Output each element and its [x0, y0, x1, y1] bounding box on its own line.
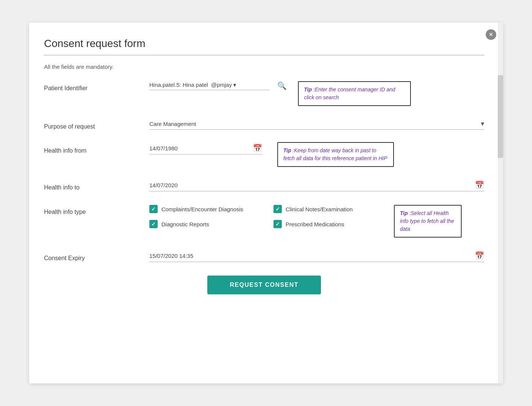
- checkbox-complaints[interactable]: ✓: [149, 205, 158, 213]
- scrollbar-thumb: [498, 75, 503, 158]
- health-info-type-label: Health info type: [44, 205, 149, 215]
- health-info-to-field: 14/07/2020 📅: [149, 180, 484, 191]
- checkbox-row-2: ✓ Diagnostic Reports ✓ Prescribed Medica…: [149, 220, 379, 228]
- checkbox-diagnostic-label: Diagnostic Reports: [161, 221, 209, 227]
- patient-identifier-tip-row: Hina.patel.5: Hina patel @pmjay ▾ 🔍 Tip …: [149, 81, 484, 106]
- checkbox-item-diagnostic: ✓ Diagnostic Reports: [149, 220, 255, 228]
- health-info-from-field: 14/07/1980 📅 Tip :Keep from date way bac…: [149, 144, 484, 167]
- health-info-to-label: Health info to: [44, 180, 149, 191]
- patient-tip-text: :Enter the consent manager ID and click …: [304, 86, 395, 100]
- modal-container: × Consent request form All the fields ar…: [29, 23, 503, 383]
- health-info-type-tip-text: :Select all Health info type to fetch al…: [400, 210, 454, 232]
- checkbox-clinical[interactable]: ✓: [274, 205, 282, 213]
- checkbox-complaints-label: Complaints/Encounter Diagnosis: [161, 206, 243, 212]
- health-info-to-row: Health info to 14/07/2020 📅: [44, 180, 484, 191]
- checkbox-row-1: ✓ Complaints/Encounter Diagnosis ✓ Clini…: [149, 205, 379, 213]
- consent-expiry-date-value: 15/07/2020 14:35: [149, 253, 475, 259]
- patient-identifier-label: Patient Identifier: [44, 81, 149, 92]
- health-info-from-tip-row: 14/07/1980 📅 Tip :Keep from date way bac…: [149, 144, 484, 167]
- checkbox-item-clinical: ✓ Clinical Notes/Examination: [274, 205, 379, 213]
- patient-select-wrapper[interactable]: Hina.patel.5: Hina patel @pmjay ▾: [149, 82, 270, 90]
- health-info-from-date[interactable]: 14/07/1980 📅: [149, 144, 262, 155]
- health-info-from-label: Health info from: [44, 144, 149, 154]
- close-icon: ×: [489, 31, 492, 38]
- purpose-row: Purpose of request Care Management ▾: [44, 120, 484, 130]
- scrollbar-track: [498, 23, 503, 383]
- checkbox-diagnostic[interactable]: ✓: [149, 220, 158, 228]
- request-consent-button[interactable]: REQUEST CONSENT: [207, 276, 321, 294]
- consent-expiry-row: Consent Expiry 15/07/2020 14:35 📅: [44, 251, 484, 262]
- pmjay-dropdown-arrow: ▾: [233, 82, 236, 88]
- consent-expiry-date[interactable]: 15/07/2020 14:35 📅: [149, 251, 484, 262]
- health-info-type-tip-box: Tip :Select all Health info type to fetc…: [394, 205, 462, 238]
- patient-search-button[interactable]: 🔍: [277, 81, 287, 90]
- purpose-select[interactable]: Care Management ▾: [149, 120, 484, 130]
- health-info-from-row: Health info from 14/07/1980 📅 Tip :Keep …: [44, 144, 484, 167]
- patient-identifier-row: Patient Identifier Hina.patel.5: Hina pa…: [44, 81, 484, 106]
- checkboxes-area: ✓ Complaints/Encounter Diagnosis ✓ Clini…: [149, 205, 379, 228]
- checkbox-item-complaints: ✓ Complaints/Encounter Diagnosis: [149, 205, 255, 213]
- checkbox-prescribed-label: Prescribed Medications: [286, 221, 344, 227]
- patient-identifier-field: Hina.patel.5: Hina patel @pmjay ▾ 🔍 Tip …: [149, 81, 484, 106]
- title-divider: [44, 55, 484, 55]
- close-button[interactable]: ×: [486, 29, 496, 40]
- health-info-from-tip-box: Tip :Keep from date way back in past to …: [277, 142, 394, 167]
- health-info-type-row: Health info type ✓ Complaints/Encounter …: [44, 205, 484, 238]
- health-info-type-tip-label: Tip: [400, 210, 408, 216]
- checkbox-clinical-label: Clinical Notes/Examination: [286, 206, 353, 212]
- purpose-dropdown-arrow: ▾: [481, 120, 484, 128]
- patient-tip-label: Tip: [304, 86, 312, 92]
- checkbox-item-prescribed: ✓ Prescribed Medications: [274, 220, 379, 228]
- form-title: Consent request form: [44, 38, 484, 50]
- purpose-label: Purpose of request: [44, 120, 149, 130]
- health-info-from-tip-text: :Keep from date way back in past to fetc…: [283, 147, 387, 161]
- patient-select-text: Hina.patel.5: Hina patel: [149, 82, 208, 88]
- search-icon: 🔍: [277, 82, 287, 90]
- patient-tip-box: Tip :Enter the consent manager ID and cl…: [298, 81, 411, 106]
- mandatory-note: All the fields are mandatory.: [44, 64, 484, 70]
- purpose-field: Care Management ▾: [149, 120, 484, 130]
- health-info-from-tip-label: Tip: [283, 147, 291, 153]
- health-info-to-date[interactable]: 14/07/2020 📅: [149, 180, 484, 191]
- pmjay-select[interactable]: @pmjay ▾: [211, 82, 236, 88]
- purpose-select-text: Care Management: [149, 121, 481, 127]
- pmjay-text: @pmjay: [211, 82, 232, 88]
- consent-expiry-label: Consent Expiry: [44, 251, 149, 262]
- health-info-to-calendar-icon[interactable]: 📅: [475, 180, 484, 189]
- health-info-to-date-value: 14/07/2020: [149, 182, 475, 188]
- checkbox-prescribed[interactable]: ✓: [274, 220, 282, 228]
- health-info-type-field: ✓ Complaints/Encounter Diagnosis ✓ Clini…: [149, 205, 484, 238]
- consent-expiry-calendar-icon[interactable]: 📅: [475, 251, 484, 260]
- health-info-from-calendar-icon[interactable]: 📅: [253, 144, 262, 153]
- consent-expiry-field: 15/07/2020 14:35 📅: [149, 251, 484, 262]
- patient-row: Hina.patel.5: Hina patel @pmjay ▾ 🔍: [149, 81, 287, 90]
- health-info-from-date-value: 14/07/1980: [149, 145, 253, 151]
